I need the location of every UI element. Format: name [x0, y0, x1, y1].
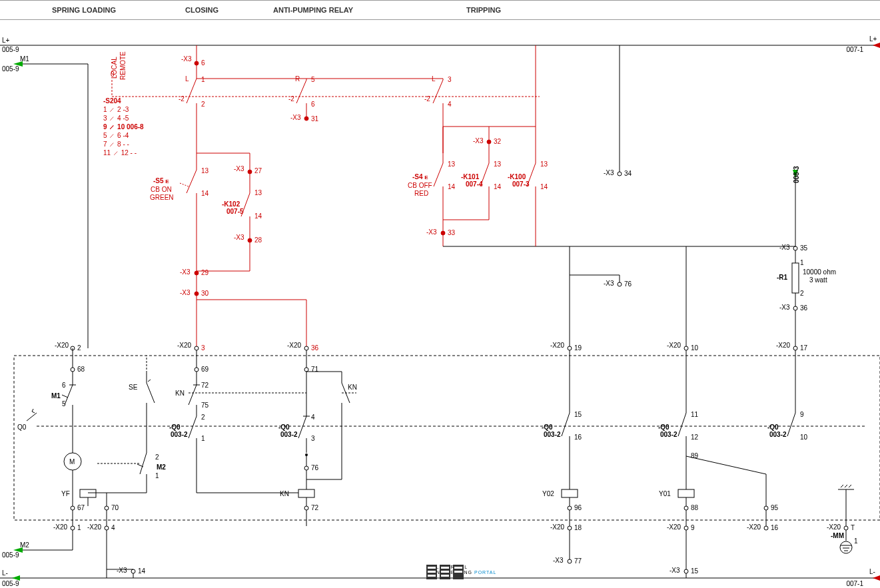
svg-text:-K102: -K102 — [222, 200, 240, 208]
svg-rect-327 — [428, 575, 436, 577]
svg-text:-X20: -X20 — [550, 342, 565, 349]
rail-m1: M1 — [20, 55, 29, 63]
terminal-strip-x20-bottom: -X201 -X204 -X2018 -X209 -X2016 -X20T — [53, 523, 855, 531]
svg-point-141 — [304, 346, 308, 350]
svg-text:-X3: -X3 — [604, 280, 614, 287]
svg-point-138 — [195, 346, 199, 350]
svg-text:-X3: -X3 — [669, 567, 680, 574]
breaker-compartment — [14, 356, 880, 520]
svg-rect-326 — [428, 571, 436, 573]
svg-text:003-2: 003-2 — [280, 431, 298, 438]
contact-k100: -K100 007-3 13 14 — [508, 160, 548, 233]
contact-k101: -K101 007-4 13 14 — [461, 160, 502, 220]
svg-point-269 — [840, 541, 852, 553]
rail-l-minus-left: L- — [2, 569, 8, 577]
svg-text:3: 3 — [311, 435, 315, 442]
svg-text:-Q0: -Q0 — [658, 424, 669, 431]
svg-text:003-2: 003-2 — [544, 431, 561, 438]
svg-text:16: 16 — [771, 524, 779, 531]
q0-label: Q0 — [17, 424, 27, 431]
svg-point-108 — [441, 231, 445, 235]
svg-text:KN: KN — [175, 390, 185, 397]
contact-kn-nc: KN 72 75 — [175, 372, 209, 416]
svg-text:11 ⟋ 12  - -: 11 ⟋ 12 - - — [103, 149, 137, 156]
svg-point-147 — [684, 346, 688, 350]
ref-005-9-2: 005-9 — [2, 65, 19, 73]
svg-text:-MM: -MM — [831, 532, 844, 539]
svg-text:14: 14 — [138, 567, 146, 575]
svg-text:14: 14 — [254, 212, 262, 220]
svg-text:13: 13 — [494, 160, 502, 168]
svg-point-297 — [764, 526, 768, 530]
resistor-r1: -R1 10000 ohm 3 watt 1 2 — [777, 259, 836, 297]
schematic-canvas: L+ L+ 005-9 007-1 M1 005-9 -S204 0 LOCAL… — [0, 0, 880, 588]
switch-m2: M2 2 1 — [137, 453, 166, 479]
svg-text:18: 18 — [574, 524, 582, 531]
svg-text:33: 33 — [448, 229, 456, 236]
svg-text:-K101: -K101 — [461, 173, 480, 180]
svg-text:77: 77 — [574, 557, 582, 565]
svg-text:7 ⟋ 8   - -: 7 ⟋ 8 - - — [103, 141, 129, 148]
svg-text:KN: KN — [280, 490, 289, 497]
svg-point-64 — [248, 238, 252, 242]
svg-text:6: 6 — [62, 382, 66, 389]
svg-point-162 — [71, 368, 75, 372]
s204-contact-L: L 1 -2 2 — [179, 75, 205, 170]
svg-point-285 — [71, 526, 75, 530]
svg-text:67: 67 — [77, 504, 85, 511]
eep-logo: ELECTRICAL ENGINEERING PORTAL — [426, 565, 496, 576]
svg-text:13: 13 — [201, 167, 209, 174]
svg-text:72: 72 — [311, 504, 319, 511]
svg-text:19: 19 — [574, 344, 582, 352]
svg-text:-X20: -X20 — [53, 523, 68, 531]
svg-text:70: 70 — [111, 504, 119, 511]
svg-text:11: 11 — [691, 411, 699, 418]
svg-line-238 — [562, 413, 570, 436]
coil-y01 — [678, 489, 694, 497]
svg-text:69: 69 — [201, 366, 209, 373]
coil-yf — [80, 489, 96, 497]
s204-contact-L34: L 3 -2 4 — [424, 75, 452, 153]
svg-text:1: 1 — [155, 472, 159, 479]
svg-rect-325 — [428, 567, 436, 569]
svg-text:1: 1 — [201, 435, 205, 442]
svg-text:96: 96 — [574, 504, 582, 511]
svg-text:-S4 E: -S4 E — [412, 173, 428, 180]
svg-text:-Q0: -Q0 — [542, 424, 553, 431]
svg-text:29: 29 — [201, 269, 209, 276]
pushbutton-s5: -S5 E CB ON GREEN 13 14 — [150, 167, 209, 271]
svg-text:CB ON: CB ON — [151, 186, 172, 193]
svg-point-158 — [618, 282, 622, 286]
contact-k102: -K102 007-5 13 14 — [222, 189, 262, 238]
svg-text:-X3: -X3 — [553, 557, 564, 564]
svg-line-202 — [189, 385, 197, 405]
svg-text:32: 32 — [494, 138, 502, 145]
svg-point-312 — [684, 569, 688, 573]
svg-text:KN: KN — [348, 384, 357, 391]
svg-point-168 — [304, 368, 308, 372]
svg-text:12: 12 — [691, 434, 699, 441]
svg-line-48 — [187, 170, 197, 193]
contact-kn-no: KN — [189, 372, 357, 479]
svg-text:CB OFF: CB OFF — [408, 182, 432, 189]
svg-rect-330 — [441, 575, 449, 577]
svg-text:-X20: -X20 — [550, 523, 565, 531]
contact-q0-15-16: -Q0 003-2 15 16 — [542, 411, 582, 489]
svg-text:-X3: -X3 — [426, 228, 437, 236]
svg-text:-Q0: -Q0 — [169, 424, 181, 431]
svg-text:4: 4 — [448, 101, 452, 108]
earth-mm: -MM 1 — [831, 485, 858, 553]
svg-line-103 — [527, 163, 536, 186]
svg-text:9: 9 — [691, 524, 695, 531]
svg-text:GREEN: GREEN — [150, 194, 174, 201]
svg-text:31: 31 — [311, 115, 319, 123]
svg-text:1: 1 — [201, 76, 205, 83]
svg-text:10: 10 — [691, 344, 699, 352]
svg-text:-X20: -X20 — [667, 523, 681, 531]
svg-point-277 — [105, 506, 109, 510]
svg-text:YF: YF — [61, 490, 70, 497]
svg-text:35: 35 — [800, 244, 808, 252]
svg-text:-2: -2 — [424, 95, 430, 103]
svg-text:5 ⟋ 6   -4: 5 ⟋ 6 -4 — [103, 132, 129, 139]
svg-point-308 — [568, 559, 572, 563]
